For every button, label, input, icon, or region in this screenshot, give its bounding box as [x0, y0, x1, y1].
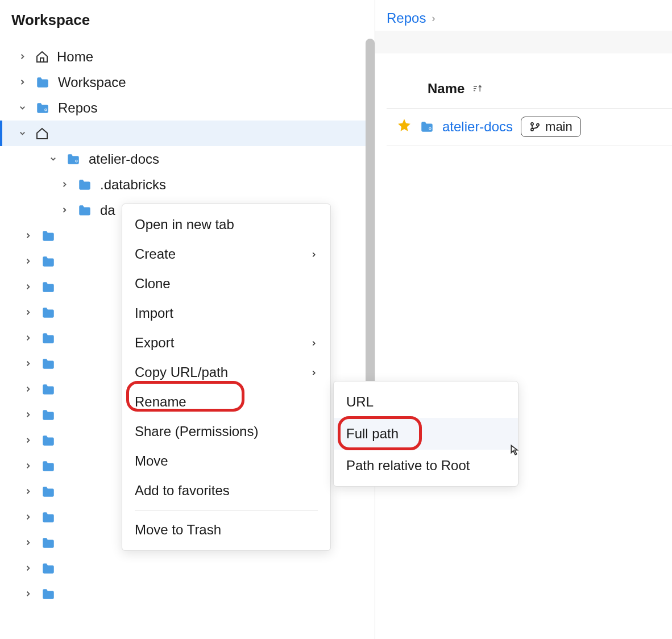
submenu-full-path[interactable]: Full path	[334, 418, 518, 450]
tree-item-databricks[interactable]: .databricks	[0, 172, 375, 197]
chevron-right-icon	[59, 205, 69, 215]
main-panel: Repos › Name atelier-docs main	[375, 0, 672, 639]
menu-open-new-tab[interactable]: Open in new tab	[122, 210, 330, 239]
menu-share[interactable]: Share (Permissions)	[122, 417, 330, 446]
folder-icon	[41, 229, 56, 243]
svg-point-12	[537, 124, 539, 126]
star-icon[interactable]	[397, 118, 412, 136]
submenu-url[interactable]: URL	[334, 386, 518, 418]
chevron-right-icon	[23, 282, 33, 292]
repo-row[interactable]: atelier-docs main	[387, 109, 672, 146]
chevron-right-icon	[59, 180, 69, 190]
chevron-right-icon	[23, 333, 33, 343]
home-icon	[35, 50, 49, 64]
chevron-right-icon	[23, 461, 33, 471]
folder-icon	[35, 75, 50, 90]
submenu-relative[interactable]: Path relative to Root	[334, 450, 518, 482]
svg-point-1	[45, 109, 47, 110]
tree-label: .databricks	[100, 177, 375, 193]
chevron-right-icon	[23, 308, 33, 318]
folder-icon	[41, 510, 56, 525]
folder-icon	[77, 177, 92, 192]
chevron-down-icon	[17, 103, 27, 113]
tree-label: Home	[57, 49, 375, 65]
folder-icon	[41, 305, 56, 320]
menu-divider	[135, 510, 318, 511]
column-header-name[interactable]: Name	[387, 53, 672, 109]
tree-label: Repos	[58, 100, 375, 116]
chevron-right-icon	[23, 256, 33, 267]
chevron-right-icon	[23, 410, 33, 420]
folder-icon	[41, 484, 56, 499]
folder-icon	[41, 331, 56, 346]
repo-link[interactable]: atelier-docs	[442, 119, 513, 135]
folder-icon	[41, 459, 56, 474]
folder-icon	[41, 561, 56, 576]
menu-import[interactable]: Import	[122, 298, 330, 328]
chevron-down-icon	[48, 154, 58, 164]
chevron-right-icon	[23, 512, 33, 522]
folder-icon	[41, 433, 56, 448]
menu-add-favorites[interactable]: Add to favorites	[122, 476, 330, 505]
header-bar	[375, 31, 672, 53]
svg-point-9	[429, 128, 431, 130]
folder-icon	[41, 356, 56, 371]
sort-icon[interactable]	[471, 81, 483, 97]
chevron-right-icon	[17, 77, 27, 88]
chevron-right-icon	[310, 364, 318, 380]
menu-trash[interactable]: Move to Trash	[122, 515, 330, 545]
folder-icon	[41, 408, 56, 422]
chevron-right-icon	[310, 335, 318, 351]
scrollbar[interactable]	[366, 39, 375, 403]
tree-label: Workspace	[58, 74, 375, 90]
tree-item-home[interactable]: Home	[0, 44, 375, 69]
repo-folder-icon	[66, 152, 81, 167]
folder-icon	[41, 280, 56, 294]
menu-copy-url-path[interactable]: Copy URL/path	[122, 358, 330, 387]
home-icon	[35, 127, 49, 140]
chevron-right-icon	[23, 384, 33, 395]
menu-export[interactable]: Export	[122, 328, 330, 358]
repo-folder-icon	[35, 101, 50, 115]
tree-item-folder[interactable]	[0, 581, 375, 607]
chevron-right-icon	[23, 589, 33, 599]
tree-item-folder[interactable]	[0, 555, 375, 581]
workspace-title: Workspace	[0, 11, 375, 44]
column-header-label: Name	[428, 81, 464, 97]
folder-icon	[41, 536, 56, 550]
tree-item-repos[interactable]: Repos	[0, 95, 375, 121]
menu-move[interactable]: Move	[122, 446, 330, 476]
chevron-right-icon	[23, 538, 33, 548]
context-menu: Open in new tab Create Clone Import Expo…	[122, 204, 331, 551]
tree-label: atelier-docs	[89, 151, 375, 167]
chevron-right-icon	[23, 231, 33, 241]
chevron-right-icon: ›	[432, 13, 435, 24]
branch-name: main	[545, 119, 573, 134]
svg-point-10	[531, 123, 533, 125]
tree-item-workspace[interactable]: Workspace	[0, 69, 375, 95]
folder-icon	[41, 382, 56, 397]
branch-icon	[529, 121, 541, 132]
chevron-right-icon	[23, 359, 33, 369]
chevron-right-icon	[23, 435, 33, 446]
chevron-right-icon	[23, 563, 33, 574]
menu-create[interactable]: Create	[122, 239, 330, 269]
folder-icon	[77, 203, 92, 218]
menu-rename[interactable]: Rename	[122, 387, 330, 417]
chevron-down-icon	[17, 128, 27, 139]
breadcrumb[interactable]: Repos ›	[387, 10, 672, 31]
repo-folder-icon	[420, 119, 434, 134]
cursor-icon	[506, 443, 522, 463]
chevron-right-icon	[23, 487, 33, 497]
branch-pill[interactable]: main	[521, 117, 581, 137]
chevron-right-icon	[310, 246, 318, 262]
menu-clone[interactable]: Clone	[122, 269, 330, 298]
submenu-copy: URL Full path Path relative to Root	[333, 381, 518, 487]
folder-icon	[41, 587, 56, 601]
svg-point-3	[76, 160, 77, 161]
folder-icon	[41, 254, 56, 269]
breadcrumb-link[interactable]: Repos	[387, 10, 426, 26]
tree-item-atelier-docs[interactable]: atelier-docs	[0, 146, 375, 172]
tree-item-user-home[interactable]	[0, 121, 375, 146]
chevron-right-icon	[17, 52, 27, 62]
